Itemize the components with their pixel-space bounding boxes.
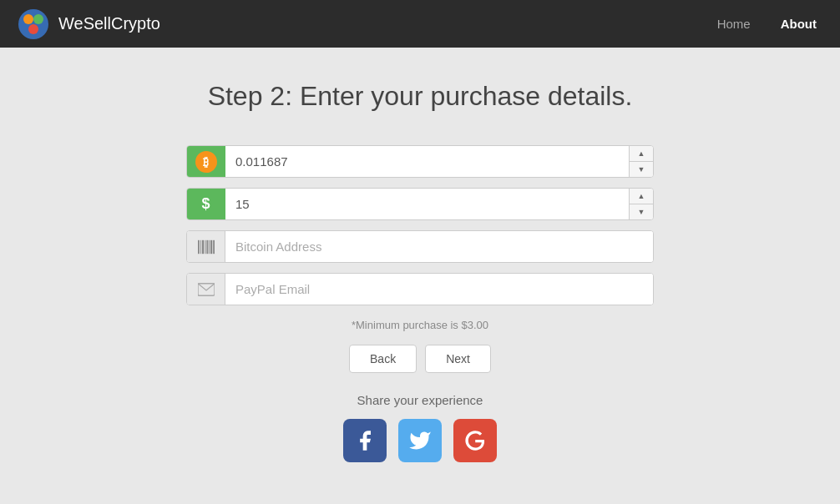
btc-icon: ₿ [195,151,217,173]
barcode-icon-box [187,231,225,262]
back-button[interactable]: Back [349,345,417,373]
google-share-button[interactable] [453,419,497,462]
logo-icon [17,8,50,41]
svg-point-1 [23,14,33,24]
svg-rect-8 [206,239,208,253]
share-section: Share your experience [343,393,497,462]
facebook-icon [353,429,377,452]
envelope-icon [198,281,215,298]
nav-about[interactable]: About [774,13,823,34]
envelope-icon-box [187,274,225,305]
dollar-icon: $ [201,195,210,213]
nav-links: Home About [711,13,823,34]
navbar: WeSellCrypto Home About [0,0,840,48]
share-label: Share your experience [357,393,483,407]
paypal-email-row [186,273,654,305]
purchase-form: ₿ ▲ ▼ $ ▲ ▼ [186,145,654,373]
minimum-purchase-notice: *Minimum purchase is $3.00 [186,319,654,331]
main-content: Step 2: Enter your purchase details. ₿ ▲… [0,48,840,496]
svg-rect-10 [210,239,212,253]
svg-rect-5 [200,239,201,253]
btc-input-row: ₿ ▲ ▼ [186,145,654,178]
btc-address-row [186,230,654,263]
next-button[interactable]: Next [425,345,491,373]
facebook-share-button[interactable] [343,419,387,462]
paypal-email-input[interactable] [225,274,653,305]
svg-point-2 [33,14,43,24]
svg-rect-4 [198,239,200,253]
barcode-icon [198,239,215,255]
google-icon [463,429,487,452]
svg-point-3 [28,24,38,34]
share-icons [343,419,497,462]
btc-increment[interactable]: ▲ [630,146,653,162]
btc-decrement[interactable]: ▼ [630,162,653,177]
svg-rect-9 [209,239,210,253]
brand: WeSellCrypto [17,8,160,41]
btc-input[interactable] [225,146,629,177]
svg-rect-7 [205,239,205,253]
usd-decrement[interactable]: ▼ [630,204,653,219]
svg-rect-6 [202,239,204,253]
usd-spinner: ▲ ▼ [629,189,653,219]
brand-name: WeSellCrypto [58,14,160,33]
page-heading: Step 2: Enter your purchase details. [208,81,633,112]
btc-spinner: ▲ ▼ [629,146,653,177]
nav-home[interactable]: Home [711,13,757,34]
form-buttons: Back Next [186,345,654,373]
twitter-icon [408,429,432,452]
btc-icon-box: ₿ [187,146,225,177]
usd-input[interactable] [225,189,629,219]
svg-rect-11 [213,239,215,253]
usd-increment[interactable]: ▲ [630,189,653,204]
usd-input-row: $ ▲ ▼ [186,188,654,220]
usd-icon-box: $ [187,189,225,219]
twitter-share-button[interactable] [398,419,442,462]
bitcoin-address-input[interactable] [225,231,653,262]
